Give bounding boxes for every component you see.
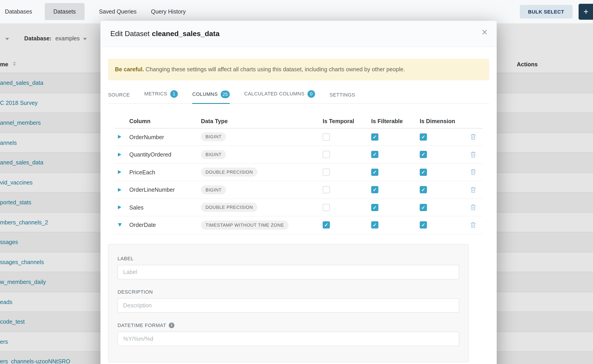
description-input[interactable] [118,298,459,312]
datetime-format-input[interactable] [118,331,459,346]
warning-banner: Be careful. Changing these settings will… [108,59,489,80]
is-temporal-checkbox[interactable] [323,186,330,193]
delete-icon[interactable] [470,134,476,140]
expand-caret-icon[interactable] [118,170,121,174]
close-icon[interactable]: × [481,27,488,38]
description-field-group: DESCRIPTION [118,289,459,312]
is-filterable-checkbox[interactable] [371,169,378,176]
data-type-pill: DOUBLE PRECISION [201,168,258,177]
delete-icon[interactable] [470,151,476,158]
column-name: QuantityOrdered [128,151,200,158]
label-field-label: LABEL [118,255,459,261]
columns-table-header: Column Data Type Is Temporal Is Filterab… [114,114,483,128]
columns-table: Column Data Type Is Temporal Is Filterab… [114,114,483,234]
is-dimension-checkbox[interactable] [420,151,427,158]
tab-metrics[interactable]: METRICS 1 [144,85,178,103]
datetime-format-field-group: DATETIME FORMAT [118,322,459,346]
label-field-group: LABEL [118,255,459,279]
data-type-pill: DOUBLE PRECISION [201,203,258,212]
collapse-caret-icon[interactable] [118,223,122,227]
column-name: Sales [128,204,200,211]
is-dimension-checkbox[interactable] [420,221,427,229]
is-filterable-checkbox[interactable] [371,133,378,141]
is-filterable-checkbox[interactable] [371,151,378,158]
bulk-select-button[interactable]: BULK SELECT [520,5,573,19]
column-row-orderlinenumber: OrderLineNumber BIGINT [114,181,483,199]
column-detail-editor: LABEL DESCRIPTION DATETIME FORMAT [108,244,469,362]
data-type-pill: BIGINT [201,150,226,159]
column-row-quantityordered: QuantityOrdered BIGINT [114,146,483,163]
expand-caret-icon[interactable] [118,135,121,139]
info-icon[interactable] [169,322,174,328]
is-temporal-checkbox[interactable] [323,221,330,229]
is-temporal-checkbox[interactable] [323,169,330,176]
expand-caret-icon[interactable] [118,153,121,156]
is-dimension-checkbox[interactable] [420,186,427,193]
expand-caret-icon[interactable] [118,205,121,209]
column-row-orderdate: OrderDate TIMESTAMP WITHOUT TIME ZONE [114,216,483,234]
is-dimension-checkbox[interactable] [420,133,427,141]
nav-item-saved-queries[interactable]: Saved Queries [99,8,137,15]
description-field-label: DESCRIPTION [118,289,459,294]
dataset-name: cleaned_sales_data [152,30,220,38]
is-filterable-checkbox[interactable] [371,221,378,229]
delete-icon[interactable] [470,169,476,176]
warning-text: Changing these settings will affect all … [144,66,405,72]
column-row-priceeach: PriceEach DOUBLE PRECISION [114,163,483,181]
modal-body: Be careful. Changing these settings will… [100,59,497,362]
tab-source[interactable]: SOURCE [108,87,130,103]
datetime-format-field-label: DATETIME FORMAT [118,322,459,328]
nav-item-databases[interactable]: Databases [5,8,32,15]
column-name: OrderLineNumber [128,187,200,193]
modal-title: Edit Datasetcleaned_sales_data [110,30,220,38]
app-root: Database: examples me Actions aned_sales… [0,0,593,364]
column-row-ordernumber: OrderNumber BIGINT [114,128,483,146]
is-temporal-checkbox[interactable] [323,133,330,141]
modal-tabs: SOURCE METRICS 1 COLUMNS 25 CALCULATED C… [108,85,489,104]
column-name: OrderDate [128,222,200,228]
calculated-columns-count-badge: 0 [308,90,315,98]
top-nav: Databases Datasets Saved Queries Query H… [0,0,593,23]
tab-calculated-columns[interactable]: CALCULATED COLUMNS 0 [244,85,315,103]
delete-icon[interactable] [470,222,476,228]
data-type-pill: BIGINT [201,185,226,194]
data-type-pill: TIMESTAMP WITHOUT TIME ZONE [201,221,289,230]
is-filterable-checkbox[interactable] [371,204,378,211]
warning-bold-text: Be careful. [115,66,144,72]
column-name: OrderNumber [128,134,200,140]
is-temporal-checkbox[interactable] [323,204,330,211]
delete-icon[interactable] [470,204,476,211]
is-temporal-checkbox[interactable] [323,151,330,158]
is-dimension-checkbox[interactable] [420,169,427,176]
expand-caret-icon[interactable] [118,188,121,192]
data-type-pill: BIGINT [201,132,226,141]
is-dimension-checkbox[interactable] [420,204,427,211]
tab-settings[interactable]: SETTINGS [329,87,355,103]
tab-columns[interactable]: COLUMNS 25 [192,86,230,104]
edit-dataset-modal: Edit Datasetcleaned_sales_data × Be care… [100,21,497,364]
nav-item-query-history[interactable]: Query History [151,8,186,15]
metrics-count-badge: 1 [170,90,178,98]
column-row-sales: Sales DOUBLE PRECISION [114,199,483,216]
label-input[interactable] [118,265,459,279]
plus-icon: + [584,7,588,17]
delete-icon[interactable] [470,186,476,193]
add-dataset-button[interactable]: + [579,4,593,20]
is-filterable-checkbox[interactable] [371,186,378,193]
column-name: PriceEach [128,169,200,176]
nav-item-datasets[interactable]: Datasets [45,3,85,20]
modal-header: Edit Datasetcleaned_sales_data × [100,21,497,47]
columns-count-badge: 25 [221,91,230,98]
